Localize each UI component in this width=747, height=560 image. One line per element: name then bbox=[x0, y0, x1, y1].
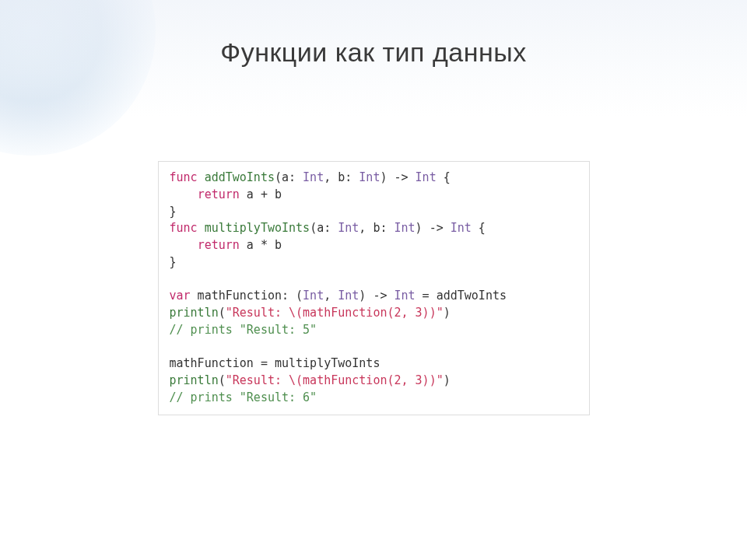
type-int: Int bbox=[416, 170, 437, 184]
keyword-var: var bbox=[170, 289, 191, 303]
type-int: Int bbox=[451, 221, 472, 235]
keyword-return: return bbox=[198, 238, 240, 252]
type-int: Int bbox=[338, 289, 359, 303]
keyword-func: func bbox=[170, 221, 198, 235]
code-content: func addTwoInts(a: Int, b: Int) -> Int {… bbox=[170, 170, 578, 407]
type-int: Int bbox=[303, 289, 324, 303]
keyword-func: func bbox=[170, 170, 198, 184]
type-int: Int bbox=[303, 170, 324, 184]
type-int: Int bbox=[395, 289, 416, 303]
slide-title: Функции как тип данных bbox=[0, 0, 747, 68]
type-int: Int bbox=[395, 221, 416, 235]
function-name: addTwoInts bbox=[205, 170, 275, 184]
function-println: println bbox=[170, 306, 219, 320]
function-println: println bbox=[170, 373, 219, 387]
function-name: multiplyTwoInts bbox=[205, 221, 310, 235]
code-block: func addTwoInts(a: Int, b: Int) -> Int {… bbox=[158, 161, 590, 415]
type-int: Int bbox=[338, 221, 359, 235]
type-int: Int bbox=[359, 170, 380, 184]
keyword-return: return bbox=[198, 187, 240, 201]
code-comment: // prints "Result: 5" bbox=[170, 323, 317, 337]
code-comment: // prints "Result: 6" bbox=[170, 390, 317, 404]
string-literal: "Result: \(mathFunction(2, 3))" bbox=[226, 306, 444, 320]
string-literal: "Result: \(mathFunction(2, 3))" bbox=[226, 373, 444, 387]
